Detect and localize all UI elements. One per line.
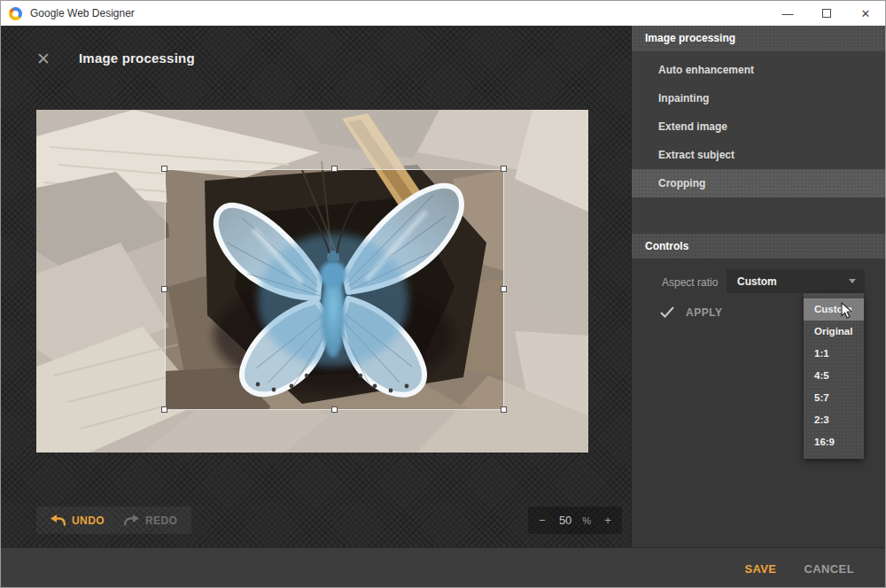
sidebar-item-extend-image[interactable]: Extend image: [632, 112, 886, 141]
aspect-ratio-value: Custom: [737, 275, 849, 288]
app-logo-icon: [9, 7, 22, 20]
app-window: Google Web Designer — ✕ ✕ Image processi…: [0, 0, 886, 588]
zoom-percent-sign: %: [582, 515, 591, 526]
check-icon: [660, 306, 674, 318]
crop-handle-sw[interactable]: [161, 406, 167, 413]
save-button[interactable]: SAVE: [744, 562, 776, 576]
photo-butterfly: [36, 110, 588, 453]
aspect-ratio-label: Aspect ratio: [662, 271, 718, 295]
sidebar-item-auto-enhancement[interactable]: Auto enhancement: [632, 56, 886, 84]
dropdown-option-2-3[interactable]: 2:3: [804, 409, 864, 431]
undo-arrow-icon: [51, 514, 66, 526]
footer-bar: SAVE CANCEL: [1, 547, 885, 588]
dropdown-option-5-7[interactable]: 5:7: [804, 387, 864, 409]
maximize-icon[interactable]: [807, 1, 846, 26]
window-title: Google Web Designer: [30, 7, 135, 19]
window-controls: — ✕: [768, 1, 885, 26]
sidebar: Image processing Auto enhancement Inpain…: [631, 26, 886, 547]
aspect-ratio-dropdown[interactable]: Custom: [727, 269, 865, 293]
undo-redo-bar: UNDO REDO: [36, 507, 191, 534]
zoom-value: 50: [559, 514, 571, 527]
minimize-icon[interactable]: —: [768, 1, 807, 26]
undo-button[interactable]: UNDO: [51, 514, 105, 527]
crop-handle-ne[interactable]: [501, 166, 507, 172]
sidebar-item-extract-subject[interactable]: Extract subject: [632, 141, 886, 169]
panel-close-icon[interactable]: ✕: [33, 49, 54, 70]
sidebar-items: Auto enhancement Inpainting Extend image…: [632, 51, 886, 197]
redo-button[interactable]: REDO: [124, 514, 177, 527]
dropdown-option-1-1[interactable]: 1:1: [804, 343, 864, 365]
crop-overlay-left: [36, 169, 165, 410]
crop-handle-s[interactable]: [331, 406, 338, 413]
zoom-control: − 50 % +: [528, 507, 622, 534]
chevron-down-icon: [849, 279, 856, 283]
controls-header: Controls: [632, 234, 886, 259]
apply-button[interactable]: APPLY: [660, 300, 722, 324]
sidebar-item-inpainting[interactable]: Inpainting: [632, 84, 886, 112]
crop-handle-nw[interactable]: [161, 166, 167, 172]
zoom-in-button[interactable]: +: [602, 514, 614, 527]
crop-handle-n[interactable]: [331, 166, 338, 172]
dropdown-option-16-9[interactable]: 16:9: [804, 431, 864, 453]
apply-label: APPLY: [686, 306, 722, 319]
panel-title: Image processing: [79, 50, 195, 66]
dropdown-option-original[interactable]: Original: [804, 321, 864, 343]
crop-handle-se[interactable]: [501, 406, 507, 413]
redo-arrow-icon: [124, 514, 139, 526]
cancel-button[interactable]: CANCEL: [804, 562, 854, 576]
crop-overlay-right: [504, 169, 588, 410]
crop-overlay-top: [36, 110, 588, 169]
crop-handle-e[interactable]: [501, 286, 507, 292]
redo-label: REDO: [145, 514, 177, 527]
editor-canvas: ✕ Image processing: [1, 26, 631, 547]
sidebar-header: Image processing: [632, 26, 886, 51]
zoom-out-button[interactable]: −: [536, 514, 548, 527]
close-icon[interactable]: ✕: [846, 1, 885, 26]
dropdown-option-custom[interactable]: Custom: [804, 298, 864, 321]
sidebar-item-cropping[interactable]: Cropping: [632, 169, 886, 197]
crop-overlay-bottom: [36, 410, 588, 453]
crop-rect[interactable]: [165, 169, 504, 410]
maximize-box-icon: [822, 9, 831, 18]
aspect-ratio-popup: Custom Original 1:1 4:5 5:7 2:3 16:9: [804, 293, 864, 459]
crop-handle-w[interactable]: [161, 286, 167, 292]
dropdown-option-4-5[interactable]: 4:5: [804, 365, 864, 387]
title-bar: Google Web Designer — ✕: [1, 1, 885, 26]
undo-label: UNDO: [72, 514, 105, 527]
